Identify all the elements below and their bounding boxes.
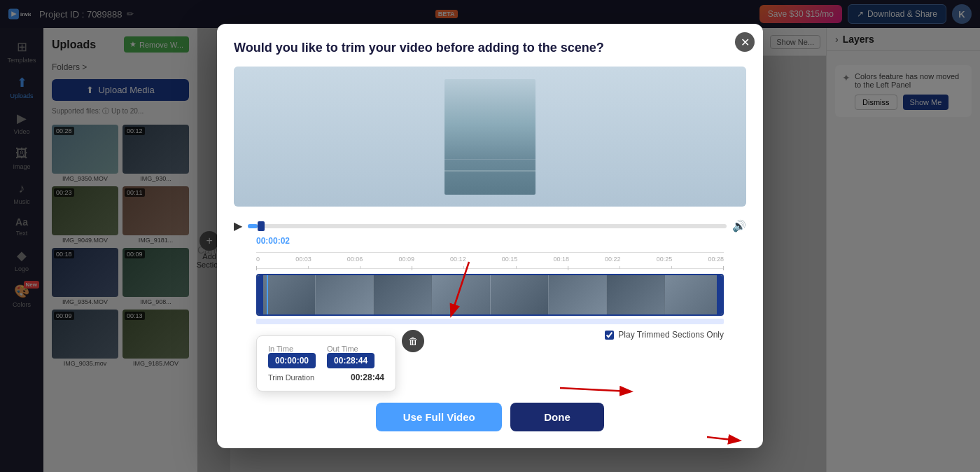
trim-strip-container — [256, 274, 724, 324]
delete-icon: 🗑 — [408, 335, 418, 347]
play-trimmed-check: Play Trimmed Sections Only — [605, 330, 724, 340]
ruler-mark-7: 00:22 — [605, 256, 621, 263]
modal-close-button[interactable]: ✕ — [735, 32, 755, 52]
trim-modal: ✕ Would you like to trim your video befo… — [217, 24, 763, 448]
position-indicator — [267, 275, 268, 314]
timeline-progress — [248, 224, 258, 228]
ruler-mark-6: 00:18 — [553, 256, 569, 263]
done-button[interactable]: Done — [510, 403, 604, 431]
modal-overlay: ✕ Would you like to trim your video befo… — [0, 0, 980, 472]
in-time-value[interactable]: 00:00:00 — [268, 353, 316, 368]
trim-handle-right[interactable] — [717, 275, 722, 314]
trim-indicator-bar — [256, 319, 724, 324]
ruler-mark-8: 00:25 — [657, 256, 673, 263]
trim-handle-left[interactable] — [258, 275, 263, 314]
trim-info-row: In Time 00:00:00 Out Time 00:28:44 Trim … — [256, 330, 724, 391]
timeline-time: 00:00:02 — [256, 236, 290, 246]
time-ruler: 0 00:03 00:06 00:09 00:12 00:15 00:18 00… — [256, 252, 724, 265]
timeline-bar[interactable] — [248, 224, 727, 228]
trim-duration-row: Trim Duration 00:28:44 — [268, 373, 384, 382]
ruler-mark-2: 00:06 — [347, 256, 363, 263]
ruler-mark-5: 00:15 — [502, 256, 518, 263]
svg-line-7 — [707, 437, 738, 440]
trim-strip-inner — [258, 275, 722, 314]
play-button[interactable]: ▶ — [234, 219, 242, 232]
timeline-scrubber[interactable] — [258, 221, 265, 231]
ruler-mark-0: 0 — [256, 256, 260, 263]
out-time-value[interactable]: 00:28:44 — [327, 353, 374, 368]
trim-delete-button[interactable]: 🗑 — [402, 330, 424, 352]
trim-duration-value: 00:28:44 — [351, 373, 384, 382]
ruler-mark-4: 00:12 — [450, 256, 466, 263]
ruler-mark-9: 00:28 — [708, 256, 724, 263]
modal-title: Would you like to trim your video before… — [234, 41, 746, 55]
play-trimmed-label[interactable]: Play Trimmed Sections Only — [618, 330, 724, 340]
trim-duration-label: Trim Duration — [268, 373, 314, 382]
trim-info-popup: In Time 00:00:00 Out Time 00:28:44 Trim … — [256, 335, 396, 391]
out-time-label: Out Time — [327, 345, 374, 353]
ruler-mark-1: 00:03 — [295, 256, 312, 263]
ruler-mark-3: 00:09 — [398, 256, 414, 263]
play-trimmed-checkbox[interactable] — [605, 331, 614, 340]
timeline-container: ▶ 🔊 00:00:02 — [234, 215, 746, 247]
volume-icon: 🔊 — [732, 219, 746, 232]
use-full-video-button[interactable]: Use Full Video — [376, 403, 502, 431]
modal-footer: Use Full Video Done — [234, 403, 746, 431]
trim-strip[interactable] — [256, 274, 724, 316]
video-preview — [234, 67, 746, 207]
in-time-label: In Time — [268, 345, 316, 353]
